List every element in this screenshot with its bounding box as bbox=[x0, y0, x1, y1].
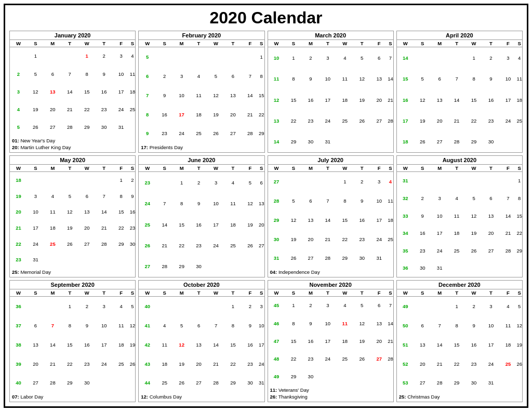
cell bbox=[431, 296, 448, 316]
col-header-3: T bbox=[190, 289, 207, 297]
month-notes-8: 07: Labor Day bbox=[10, 392, 135, 401]
cell: 7 bbox=[499, 190, 516, 207]
cell: 3 bbox=[319, 47, 336, 69]
cell: 9 bbox=[190, 193, 207, 214]
col-header-1: S bbox=[156, 40, 173, 47]
cell: 27 bbox=[431, 131, 448, 152]
cell: 6 bbox=[370, 296, 388, 314]
cell: 11 bbox=[44, 204, 61, 220]
cell: 11 bbox=[516, 69, 522, 89]
col-header-0: W bbox=[268, 289, 285, 297]
month-title-1: February 2020 bbox=[139, 31, 264, 40]
cell: 19 bbox=[516, 335, 522, 354]
cell bbox=[483, 259, 500, 277]
cell: 28 bbox=[448, 131, 466, 152]
cell bbox=[78, 251, 96, 268]
cell: 9 bbox=[96, 65, 113, 83]
cell: 20 bbox=[431, 110, 448, 131]
cell bbox=[44, 171, 61, 188]
cell: 30 bbox=[466, 373, 483, 392]
col-header-1: S bbox=[156, 165, 173, 172]
month-block-2: March 2020WSMTWTFS1012345671189101112131… bbox=[268, 31, 394, 153]
cell: 44 bbox=[139, 373, 156, 392]
cell: 22 bbox=[10, 236, 27, 252]
cell: 18 bbox=[397, 131, 414, 152]
cell: 13 bbox=[44, 83, 61, 101]
col-header-0: W bbox=[139, 289, 156, 297]
cell: 9 bbox=[466, 316, 483, 335]
cell bbox=[61, 47, 78, 65]
cell: 37 bbox=[10, 316, 27, 335]
month-notes-4: 25: Memorial Day bbox=[10, 268, 135, 276]
cell: 30 bbox=[130, 236, 136, 252]
cell: 19 bbox=[27, 101, 44, 118]
col-header-3: T bbox=[61, 40, 78, 47]
month-notes-9: 12: Columbus Day bbox=[139, 392, 264, 401]
col-header-1: S bbox=[27, 289, 44, 297]
cell: 24 bbox=[113, 101, 130, 118]
cell: 20 bbox=[27, 354, 44, 374]
cell: 10 bbox=[27, 204, 44, 220]
month-block-0: January 2020WSMTWTFS11234256789101131213… bbox=[9, 31, 136, 153]
cell: 2 bbox=[302, 296, 319, 314]
note-text: Columbus Day bbox=[150, 394, 182, 400]
cell bbox=[353, 368, 370, 386]
cell: 8 bbox=[61, 316, 78, 335]
cell: 7 bbox=[96, 188, 113, 204]
col-header-6: F bbox=[242, 40, 259, 47]
note-text: Presidents Day bbox=[150, 144, 183, 150]
cell: 14 bbox=[388, 314, 393, 332]
cell: 29 bbox=[78, 118, 96, 136]
col-header-1: S bbox=[27, 40, 44, 47]
cell: 13 bbox=[190, 335, 207, 354]
cell: 5 bbox=[414, 69, 431, 89]
col-header-3: T bbox=[319, 165, 336, 172]
cell: 31 bbox=[268, 248, 285, 268]
cell: 5 bbox=[242, 171, 259, 193]
cell: 19 bbox=[173, 354, 190, 374]
cell: 8 bbox=[224, 316, 242, 335]
cell: 6 bbox=[414, 316, 431, 335]
cell: 30 bbox=[96, 118, 113, 136]
month-title-6: July 2020 bbox=[268, 156, 393, 165]
col-header-1: S bbox=[27, 165, 44, 172]
col-header-5: T bbox=[353, 289, 370, 297]
cell: 13 bbox=[224, 86, 242, 105]
cell: 4 bbox=[336, 47, 353, 69]
col-header-7: S bbox=[259, 165, 264, 172]
cell: 8 bbox=[466, 69, 483, 89]
col-header-7: S bbox=[516, 40, 522, 47]
cell: 28 bbox=[207, 373, 224, 392]
cell: 1 bbox=[259, 47, 264, 67]
cell: 4 bbox=[156, 316, 173, 335]
cell: 13 bbox=[302, 210, 319, 230]
cell: 7 bbox=[242, 67, 259, 86]
cell: 23 bbox=[78, 354, 96, 374]
cell: 2 bbox=[414, 190, 431, 207]
note-day: 07: bbox=[12, 394, 19, 400]
cell bbox=[130, 251, 136, 268]
cell: 17 bbox=[96, 335, 113, 354]
month-title-3: April 2020 bbox=[397, 31, 522, 40]
cell: 5 bbox=[353, 47, 370, 69]
cell: 9 bbox=[139, 124, 156, 143]
month-block-3: April 2020WSMTWTFS1412341556789101116121… bbox=[396, 31, 523, 153]
cell: 8 bbox=[336, 191, 353, 210]
cell: 20 bbox=[10, 204, 27, 220]
cell: 7 bbox=[61, 65, 78, 83]
cell: 27 bbox=[224, 124, 242, 143]
cell bbox=[207, 296, 224, 316]
cell: 10 bbox=[113, 65, 130, 83]
cell: 1 bbox=[285, 296, 302, 314]
cell: 23 bbox=[156, 124, 173, 143]
cell: 21 bbox=[96, 220, 113, 236]
col-header-1: S bbox=[156, 289, 173, 297]
cell bbox=[388, 368, 393, 386]
cell: 10 bbox=[268, 47, 285, 69]
col-header-2: M bbox=[173, 289, 190, 297]
cell: 21 bbox=[44, 354, 61, 374]
month-block-10: November 2020WSMTWTFS4512345674689101112… bbox=[268, 280, 394, 402]
col-header-7: S bbox=[130, 289, 136, 297]
col-header-4: W bbox=[336, 289, 353, 297]
note-text: New Year's Day bbox=[20, 138, 55, 143]
